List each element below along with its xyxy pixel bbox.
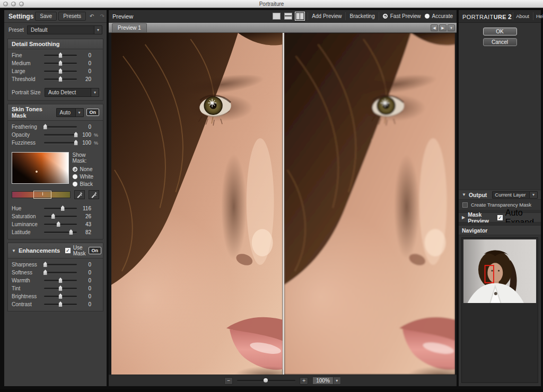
preview-before-image[interactable] [111,33,283,375]
radio-icon[interactable] [73,167,77,172]
slider-thumb[interactable] [51,213,55,219]
detail-smoothing-header[interactable]: Detail Smoothing [8,39,103,49]
single-view-icon[interactable] [273,13,281,20]
vertical-split-view-icon[interactable] [296,13,304,20]
zoom-slider-track[interactable] [237,380,295,381]
fast-preview-radio[interactable]: Fast Preview [383,13,421,19]
slider-track[interactable] [44,55,77,56]
chevron-down-icon[interactable]: ▾ [334,377,341,385]
show-mask-option[interactable]: Black [73,180,99,188]
slider-thumb[interactable] [43,124,47,129]
slider-thumb[interactable] [69,229,73,235]
skin-mask-mode-dropdown[interactable]: Auto ▾ [56,108,84,117]
enhancements-header[interactable]: ▼ Enhancements ✓ Use Mask On [8,243,103,259]
tab-list-icon[interactable]: ▾ [448,24,455,31]
slider-thumb[interactable] [74,140,78,145]
eyedropper-add-button[interactable] [89,190,99,199]
preview-after-image[interactable] [284,33,456,375]
zoom-in-button[interactable]: + [300,377,308,385]
slider-thumb[interactable] [59,76,63,82]
zoom-out-button[interactable]: − [224,377,233,385]
radio-icon[interactable] [425,14,430,19]
slider-track[interactable] [44,216,77,217]
chevron-down-icon[interactable]: ▾ [529,192,537,198]
slider-thumb[interactable] [59,52,63,58]
slider-thumb[interactable] [57,221,60,227]
output-header[interactable]: ▼ Output Current Layer ▾ [459,190,541,200]
navigator-thumbnail[interactable] [463,239,536,303]
collapse-triangle-icon[interactable]: ▼ [12,248,16,253]
slider-track[interactable] [44,70,77,72]
slider-track[interactable] [44,231,77,233]
radio-icon[interactable] [383,14,388,19]
slider-thumb[interactable] [43,270,47,275]
slider-track[interactable] [44,134,77,136]
slider-track[interactable] [44,142,77,144]
add-preview-button[interactable]: Add Preview [312,13,341,19]
slider-thumb[interactable] [59,293,63,299]
tab-prev-icon[interactable]: ◀ [431,24,438,31]
undo-icon[interactable]: ↶ [87,13,96,20]
slider-thumb[interactable] [74,132,78,137]
mask-preview-header[interactable]: ▶ Mask Preview ✓ Auto Expand [459,212,541,222]
slider-track[interactable] [44,296,77,297]
enhancements-on-button[interactable]: On [89,247,102,254]
slider-track[interactable] [44,63,77,64]
slider-track[interactable] [44,304,77,305]
chevron-down-icon[interactable]: ▾ [75,109,83,117]
slider-track[interactable] [44,264,77,265]
slider-thumb[interactable] [59,68,63,74]
slider-label: Saturation [12,213,41,219]
slider-track[interactable] [44,288,77,289]
slider-track[interactable] [44,78,77,80]
ok-button[interactable]: OK [483,28,517,35]
slider-track[interactable] [44,126,77,128]
portrait-size-dropdown[interactable]: Auto Detect ▾ [45,88,99,97]
radio-icon[interactable] [73,174,77,179]
slider-label: Hue [12,206,41,211]
collapse-triangle-icon[interactable]: ▼ [462,192,466,197]
zoom-level-dropdown[interactable]: 100% ▾ [312,377,341,385]
slider-track[interactable] [44,272,77,273]
skin-tones-mask-header[interactable]: Skin Tones Mask Auto ▾ On [8,104,103,121]
save-button[interactable]: Save [35,12,57,21]
slider-thumb[interactable] [59,301,63,307]
horizontal-split-view-icon[interactable] [284,13,292,20]
create-transparency-mask-checkbox[interactable] [462,202,468,208]
bracketing-button[interactable]: Bracketing [349,13,374,19]
auto-expand-checkbox[interactable]: ✓ [497,215,503,220]
slider-thumb[interactable] [59,60,63,66]
eyedropper-button[interactable] [74,190,85,199]
slider-track[interactable] [44,224,77,225]
chevron-down-icon[interactable]: ▾ [91,88,99,96]
skin-mask-on-button[interactable]: On [86,109,100,116]
preset-dropdown[interactable]: Default ▾ [27,25,102,34]
slider-track[interactable] [44,208,77,209]
redo-icon[interactable]: ↷ [98,13,106,20]
tab-preview-1[interactable]: Preview 1 [112,23,147,32]
slider-label: Warmth [12,278,41,283]
accurate-radio[interactable]: Accurate [425,13,453,19]
help-button[interactable]: Help [533,12,543,20]
skin-tone-color-field[interactable] [12,152,69,184]
color-field-marker[interactable] [36,171,38,173]
tab-next-icon[interactable]: ▶ [439,24,446,31]
show-mask-option[interactable]: White [73,173,99,180]
slider-thumb[interactable] [59,286,63,291]
slider-thumb[interactable] [43,262,47,267]
hue-range-bracket[interactable] [33,191,51,199]
slider-thumb[interactable] [59,278,63,283]
presets-button[interactable]: Presets [58,12,86,21]
cancel-button[interactable]: Cancel [483,38,517,46]
about-button[interactable]: About [513,12,532,20]
hue-range-strip[interactable] [12,191,71,198]
chevron-down-icon[interactable]: ▾ [94,26,102,34]
zoom-slider-thumb[interactable] [264,378,268,382]
show-mask-option[interactable]: None [73,165,99,173]
slider-track[interactable] [44,280,77,281]
slider-thumb[interactable] [61,206,65,211]
radio-icon[interactable] [73,182,77,186]
expand-triangle-icon[interactable]: ▶ [462,215,465,220]
output-target-dropdown[interactable]: Current Layer ▾ [492,191,538,199]
use-mask-checkbox[interactable]: ✓ [65,248,71,253]
